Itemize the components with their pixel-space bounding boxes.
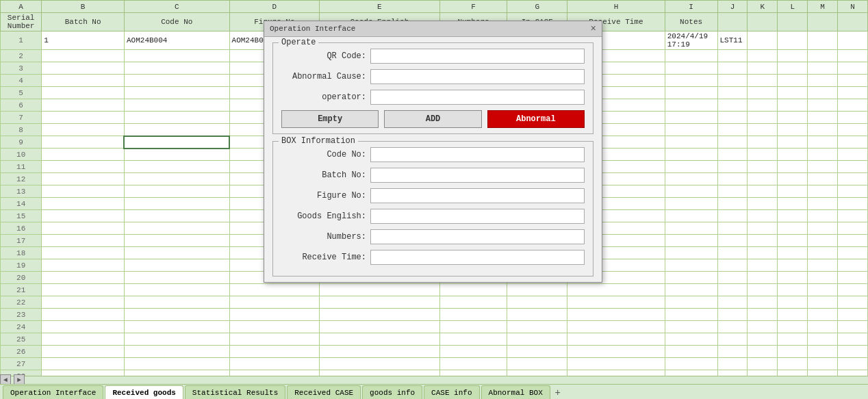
abnormal-button[interactable]: Abnormal [487,110,585,128]
box-receive-time-input[interactable] [370,250,585,265]
box-figure-no-row: Figure No: [281,188,585,203]
tab-case-info[interactable]: CASE info [424,385,479,399]
qr-code-row: QR Code: [281,49,585,64]
col-header-b: B [42,1,125,13]
table-row[interactable]: 27 [1,358,868,370]
tab-received-goods[interactable]: Received goods [105,385,183,399]
row-num-26: 26 [1,346,42,358]
cell-batch-no-1[interactable]: 1 [42,31,125,50]
tab-statistical-results[interactable]: Statistical Results [185,385,285,399]
box-goods-english-label: Goods English: [281,211,370,221]
col-header-c: C [124,1,229,13]
box-receive-time-label: Receive Time: [281,253,370,262]
selected-cell[interactable] [124,136,229,149]
table-row[interactable]: 24 [1,321,868,333]
row-num-23: 23 [1,309,42,321]
row-num-2: 2 [1,50,42,62]
row-num-12: 12 [1,173,42,185]
table-row[interactable]: 23 [1,309,868,321]
cell-code-no-a[interactable]: AOM24B004 [124,31,229,50]
cell-notes[interactable]: LST11 [717,31,748,50]
tab-bar: Operation Interface Received goods Stati… [0,384,868,399]
abnormal-cause-input[interactable] [370,69,585,84]
abnormal-cause-label: Abnormal Cause: [281,72,370,81]
table-row[interactable]: 22 [1,296,868,309]
col-header-n: N [838,1,868,13]
header-code-no: Code No [124,13,229,31]
row-num-5: 5 [1,87,42,99]
qr-code-input[interactable] [370,49,585,64]
cell-receive-time[interactable]: 2024/4/19 17:19 [665,31,717,50]
add-tab-button[interactable]: + [552,387,564,399]
header-batch-no: Batch No [42,13,125,31]
operate-section: Operate QR Code: Abnormal Cause: operato… [272,42,593,134]
table-row[interactable]: 25 [1,333,868,346]
row-num-1: 1 [1,31,42,50]
row-num-10: 10 [1,149,42,161]
box-figure-no-input[interactable] [370,188,585,203]
col-header-g: G [507,1,567,13]
header-n [838,13,868,31]
row-num-18: 18 [1,247,42,259]
table-row[interactable]: 21 [1,284,868,296]
box-batch-no-row: Batch No: [281,168,585,183]
col-header-m: M [808,1,838,13]
tab-operation-interface[interactable]: Operation Interface [3,385,103,399]
col-header-h: H [567,1,665,13]
dialog-body: Operate QR Code: Abnormal Cause: operato… [264,37,602,282]
row-num-15: 15 [1,210,42,222]
tab-abnormal-box[interactable]: Abnormal BOX [481,385,550,399]
dialog-title: Operation Interface [270,25,355,33]
box-batch-no-label: Batch No: [281,170,370,180]
action-buttons: Empty ADD Abnormal [281,110,585,128]
horizontal-scrollbar[interactable]: ◄ ► [0,376,868,384]
row-num-22: 22 [1,296,42,309]
col-header-d: D [229,1,320,13]
row-num-4: 4 [1,75,42,87]
operator-row: operator: [281,90,585,105]
row-num-25: 25 [1,333,42,346]
header-j [717,13,748,31]
header-notes: Notes [665,13,717,31]
header-m [808,13,838,31]
box-numbers-row: Numbers: [281,229,585,244]
header-serial: Serial Number [1,13,42,31]
col-header-k: K [748,1,778,13]
col-header-l: L [778,1,808,13]
box-goods-english-input[interactable] [370,209,585,224]
row-num-14: 14 [1,198,42,210]
header-l [778,13,808,31]
row-num-16: 16 [1,222,42,235]
row-num-24: 24 [1,321,42,333]
box-figure-no-label: Figure No: [281,191,370,201]
dialog-close-button[interactable]: × [591,24,596,34]
row-num-27: 27 [1,358,42,370]
box-numbers-input[interactable] [370,229,585,244]
operator-label: operator: [281,92,370,102]
tab-received-case[interactable]: Received CASE [287,385,361,399]
row-num-8: 8 [1,124,42,136]
header-k [748,13,778,31]
row-num-17: 17 [1,235,42,247]
row-num-20: 20 [1,272,42,284]
row-num-13: 13 [1,185,42,198]
row-num-3: 3 [1,62,42,75]
box-code-no-row: Code No: [281,147,585,162]
abnormal-cause-row: Abnormal Cause: [281,69,585,84]
box-batch-no-input[interactable] [370,168,585,183]
box-code-no-input[interactable] [370,147,585,162]
box-code-no-label: Code No: [281,150,370,159]
tab-goods-info[interactable]: goods info [362,385,422,399]
box-receive-time-row: Receive Time: [281,250,585,265]
operator-input[interactable] [370,90,585,105]
add-button[interactable]: ADD [384,110,481,128]
row-num-19: 19 [1,259,42,272]
box-legend: BOX Information [279,136,358,146]
box-information-section: BOX Information Code No: Batch No: Figur… [272,141,593,276]
table-row[interactable]: 26 [1,346,868,358]
col-header-f: F [439,1,507,13]
empty-button[interactable]: Empty [281,110,379,128]
dialog-title-bar: Operation Interface × [264,21,602,37]
col-header-i: I [665,1,717,13]
qr-code-label: QR Code: [281,51,370,61]
